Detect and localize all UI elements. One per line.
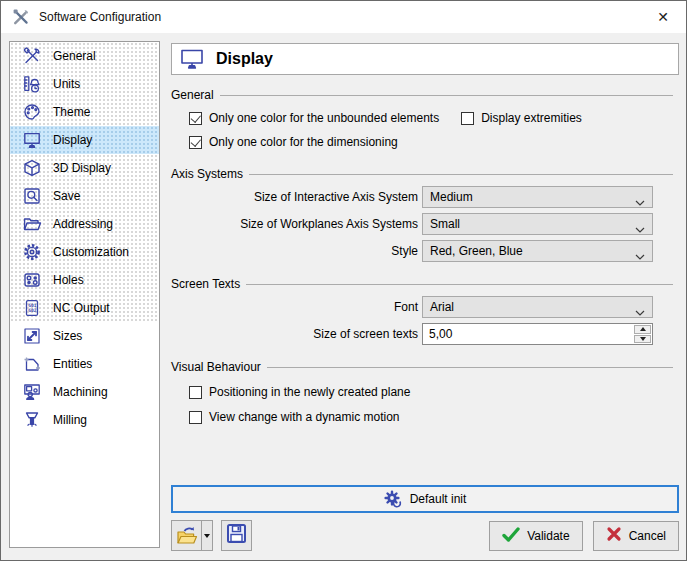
group-axis-heading: Axis Systems (171, 167, 679, 181)
checkbox-row: Only one color for the unbounded element… (189, 111, 679, 125)
checkbox-row: Positioning in the newly created plane (189, 385, 679, 399)
group-axis-systems: Axis Systems Size of Interactive Axis Sy… (171, 167, 679, 262)
gear-icon (19, 240, 45, 264)
sidebar-item-label: Units (53, 77, 80, 91)
selected-value: Medium (430, 190, 473, 204)
checkbox-label: Display extremities (481, 111, 582, 125)
close-button[interactable]: ✕ (640, 1, 686, 32)
sidebar-item-sizes[interactable]: Sizes (10, 322, 159, 350)
group-general: General Only one color for the unbounded… (171, 88, 679, 149)
field-label: Size of screen texts (171, 327, 422, 341)
sidebar-item-holes[interactable]: Holes (10, 266, 159, 294)
default-init-button[interactable]: Default init (171, 485, 679, 513)
sidebar-item-label: Customization (53, 245, 129, 259)
palette-icon (19, 100, 45, 124)
sidebar-item-label: Entities (53, 357, 92, 371)
group-title: Visual Behaviour (171, 360, 261, 374)
axis-style-select[interactable]: Red, Green, Blue (422, 240, 653, 262)
dimensioning-color-checkbox[interactable] (189, 136, 202, 149)
checkbox-label: Only one color for the unbounded element… (209, 111, 439, 125)
title-bar[interactable]: Software Configuration ✕ (1, 1, 686, 33)
cancel-button[interactable]: Cancel (593, 521, 679, 551)
sidebar-item-3d-display[interactable]: 3D Display (10, 154, 159, 182)
dropdown-arrow-icon (204, 534, 210, 538)
sidebar-item-label: Sizes (53, 329, 82, 343)
save-config-button[interactable] (221, 520, 252, 551)
diagonal-arrow-icon (19, 324, 45, 348)
unbounded-elements-checkbox[interactable] (189, 112, 202, 125)
sidebar-item-general[interactable]: General (10, 42, 159, 70)
default-init-label: Default init (410, 492, 467, 506)
group-visual-heading: Visual Behaviour (171, 360, 679, 374)
field-label: Size of Interactive Axis System (171, 190, 422, 204)
cancel-label: Cancel (629, 529, 666, 543)
sidebar-item-label: Theme (53, 105, 90, 119)
group-title: Screen Texts (171, 277, 240, 291)
display-extremities-checkbox[interactable] (461, 112, 474, 125)
sidebar-item-customization[interactable]: Customization (10, 238, 159, 266)
sidebar-item-milling[interactable]: Milling (10, 406, 159, 434)
sidebar-item-label: Save (53, 189, 80, 203)
dynamic-motion-checkbox[interactable] (189, 411, 202, 424)
group-title: Axis Systems (171, 167, 243, 181)
svg-text:G02: G02 (28, 308, 37, 313)
up-arrow-icon (640, 327, 646, 331)
group-divider (267, 367, 673, 368)
sidebar-item-display[interactable]: Display (10, 126, 159, 154)
sidebar-item-label: Display (53, 133, 92, 147)
checkmark-icon (502, 527, 520, 545)
window-title: Software Configuration (39, 10, 161, 24)
sidebar-item-theme[interactable]: Theme (10, 98, 159, 126)
workplanes-axis-size-select[interactable]: Small (422, 213, 653, 235)
settings-panel: Display General Only one color for the u… (171, 43, 679, 424)
positioning-new-plane-checkbox[interactable] (189, 386, 202, 399)
group-visual-behaviour: Visual Behaviour Positioning in the newl… (171, 360, 679, 424)
font-select[interactable]: Arial (422, 296, 653, 318)
chevron-down-icon (635, 222, 645, 236)
sidebar-item-units[interactable]: Units (10, 70, 159, 98)
group-divider (249, 174, 673, 175)
sidebar-item-nc-output[interactable]: G01 G02 NC Output (10, 294, 159, 322)
group-divider (246, 284, 673, 285)
floppy-disk-icon (226, 523, 247, 548)
selected-value: Arial (430, 300, 454, 314)
validate-button[interactable]: Validate (489, 521, 582, 551)
sketch-plane-icon (19, 352, 45, 376)
checkbox-row: Only one color for the dimensioning (189, 135, 679, 149)
chevron-down-icon (635, 305, 645, 319)
gcode-document-icon: G01 G02 (19, 296, 45, 320)
sidebar-item-label: Machining (53, 385, 108, 399)
sidebar-item-entities[interactable]: Entities (10, 350, 159, 378)
checkbox-label: Only one color for the dimensioning (209, 135, 398, 149)
group-screen-texts: Screen Texts Font Arial Size of screen t… (171, 277, 679, 345)
crossed-tools-icon (12, 8, 30, 26)
page-title: Display (216, 50, 273, 68)
screen-text-size-input[interactable] (423, 324, 631, 344)
selected-value: Small (430, 217, 460, 231)
group-general-heading: General (171, 88, 679, 102)
checkbox-row: View change with a dynamic motion (189, 410, 679, 424)
sidebar-item-machining[interactable]: Machining (10, 378, 159, 406)
interactive-axis-size-select[interactable]: Medium (422, 186, 653, 208)
plate-holes-icon (19, 268, 45, 292)
category-list: General Units (9, 41, 160, 548)
ruler-bell-clock-icon (19, 72, 45, 96)
sidebar-item-label: NC Output (53, 301, 110, 315)
software-configuration-dialog: Software Configuration ✕ General (0, 0, 687, 561)
spin-down-button[interactable] (634, 335, 651, 344)
open-dropdown-arrow[interactable] (201, 521, 212, 550)
field-label: Style (171, 244, 422, 258)
checkbox-label: View change with a dynamic motion (209, 410, 400, 424)
form-row: Size of Workplanes Axis Systems Small (171, 213, 679, 235)
spin-up-button[interactable] (634, 325, 651, 334)
sidebar-item-save[interactable]: Save (10, 182, 159, 210)
sidebar-item-addressing[interactable]: Addressing (10, 210, 159, 238)
dialog-body: General Units (1, 33, 686, 560)
monitor-icon (19, 128, 45, 152)
machine-operator-icon (19, 380, 45, 404)
open-config-split-button[interactable] (171, 520, 213, 551)
sidebar-item-label: Addressing (53, 217, 113, 231)
field-label: Size of Workplanes Axis Systems (171, 217, 422, 231)
group-screen-heading: Screen Texts (171, 277, 679, 291)
group-title: General (171, 88, 214, 102)
